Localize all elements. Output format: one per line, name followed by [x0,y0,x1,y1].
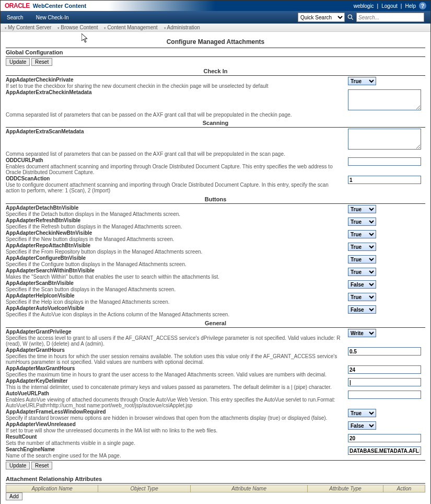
field-label: AppAdapterCheckinPrivate [6,77,344,83]
help-icon[interactable]: ? [419,2,426,9]
field-label: SearchEngineName [6,446,344,452]
field-desc: Specifies if the AutoVue icon displays i… [6,312,344,317]
field-desc: Specifies if the From Repository button … [6,249,344,255]
field-label: AppAdapterRefreshBtnVisible [6,217,344,223]
col-attr-type: Attribute Type [308,485,383,492]
oddc-scan-action-input[interactable] [348,176,421,184]
menubar: My Content Server Browse Content Content… [1,24,430,32]
oddc-url-path-input[interactable] [348,157,421,166]
col-object-type: Object Type [98,485,190,492]
field-desc: Specifies if the Refresh button displays… [6,224,344,230]
nav-search[interactable]: Search [7,15,24,20]
field-label: AppAdapterSearchWithinBtnVisible [6,268,344,273]
field-desc: Name of the search engine used for the M… [6,453,344,459]
field-label: AppAdapterMaxGrantHours [6,365,344,371]
field-label: AppAdapterScanBtnVisible [6,280,344,286]
repo-attach-btn-select[interactable]: True [348,243,376,251]
menu-browse-content[interactable]: Browse Content [57,25,98,30]
app-header: ORACLE WebCenter Content weblogic| Logou… [1,1,430,11]
field-desc: Enables document attachment scanning and… [6,164,344,175]
menu-content-management[interactable]: Content Management [104,25,157,30]
field-desc: Enables AutoVue viewing of attached docu… [6,397,344,408]
field-desc: Specifies the time in hours for which th… [6,353,344,365]
field-label: AppAdapterRepoAttachBtnVisible [6,243,344,248]
page-title: Configure Managed Attachments [6,38,425,45]
max-grant-hours-input[interactable] [348,365,421,374]
field-label: ODDCScanAction [6,176,344,181]
add-attach-rel-button[interactable]: Add [6,492,22,500]
field-label: AppAdapterFrameLessWindowRequired [6,409,344,415]
group-general: General [6,320,425,326]
col-attr-name: Attribute Name [190,485,308,492]
field-label: AutoVueURLPath [6,391,344,396]
detach-btn-select[interactable]: True [348,205,376,213]
field-label: AppAdapterGrantPrivilege [6,329,344,335]
extra-checkin-metadata-textarea[interactable] [348,89,421,110]
field-desc: Specify if standard browser menu options… [6,415,344,421]
field-desc: Comma separated list of parameters that … [6,151,425,157]
update-button-bottom[interactable]: Update [6,462,30,469]
quick-search-select[interactable]: Quick Search [298,13,345,22]
autovue-url-path-input[interactable] [348,391,421,399]
group-scanning: Scanning [6,120,425,126]
update-button[interactable]: Update [6,58,30,66]
field-desc: This is the internal delimiter, used to … [6,384,344,390]
scan-btn-select[interactable]: False [348,280,376,289]
field-label: ODDCURLPath [6,157,344,163]
autovue-icon-select[interactable]: False [348,305,376,314]
field-label: AppAdapterKeyDelimiter [6,378,344,384]
search-within-btn-select[interactable]: True [348,268,376,276]
oracle-logo: ORACLE [5,2,30,9]
field-desc: Specifies if the Help icon displays in t… [6,299,344,305]
field-label: AppAdapterGrantHours [6,347,344,353]
field-label: ResultCount [6,434,344,440]
field-desc: Comma separated list of parameters that … [6,112,425,118]
field-label: AppAdapterCheckinNewBtnVisible [6,230,344,236]
field-desc: Sets the number of attachments visible i… [6,440,344,446]
key-delimiter-input[interactable] [348,378,421,386]
nav-new-checkin[interactable]: New Check-In [36,15,69,20]
field-desc: If set to true the checkbox for sharing … [6,83,344,89]
field-desc: Specifies if the Configure button displa… [6,261,344,267]
field-desc: If set to true will show the unreleased … [6,428,344,433]
field-label: AppAdapterDetachBtnVisible [6,205,344,211]
frameless-window-select[interactable]: True [348,409,376,417]
grant-privilege-select[interactable]: Write [348,329,376,337]
search-engine-name-input[interactable] [348,446,421,455]
logout-link[interactable]: Logout [381,3,398,9]
search-input[interactable] [356,13,424,22]
reset-button[interactable]: Reset [31,58,52,66]
col-action: Action [383,485,425,492]
user-link[interactable]: weblogic [354,3,374,9]
field-label: AppAdapterConfigureBtnVisible [6,255,344,261]
menu-administration[interactable]: Administration [164,25,200,30]
checkin-new-btn-select[interactable]: True [348,230,376,238]
help-icon-select[interactable]: True [348,293,376,301]
field-desc: Specifies the maximum time in hours to g… [6,372,344,377]
field-desc: Specifies if the Scan button displays in… [6,287,344,292]
field-label: AppAdapterViewUnreleased [6,421,344,427]
menu-my-content[interactable]: My Content Server [5,25,51,30]
checkin-private-select[interactable]: True [348,77,376,85]
group-checkin: Check In [6,68,425,74]
field-desc: Use to configure document attachment sca… [6,182,344,193]
configure-btn-select[interactable]: True [348,255,376,264]
col-app-name: Application Name [6,485,98,492]
refresh-btn-select[interactable]: True [348,217,376,226]
reset-button-bottom[interactable]: Reset [31,462,52,469]
result-count-input[interactable] [348,434,421,442]
field-desc: Specifies if the Detach button displays … [6,211,344,217]
field-label: AppAdapterHelpIconVisible [6,293,344,299]
svg-line-1 [351,18,353,20]
view-unreleased-select[interactable]: False [348,421,376,430]
table-title: Attachment Relationship Attributes [6,476,425,482]
field-label: AppAdapterExtraScanMetadata [6,129,344,134]
global-config-heading: Global Configuration [6,49,425,55]
grant-hours-input[interactable] [348,347,421,356]
help-link[interactable]: Help [405,3,416,9]
search-icon[interactable] [347,14,354,21]
attach-rel-table: Application Name Object Type Attribute N… [6,485,425,492]
extra-scan-metadata-textarea[interactable] [348,129,421,150]
field-desc: Makes the "Search Within" button that en… [6,274,344,280]
field-desc: Specifies the access level to grant to a… [6,335,344,347]
